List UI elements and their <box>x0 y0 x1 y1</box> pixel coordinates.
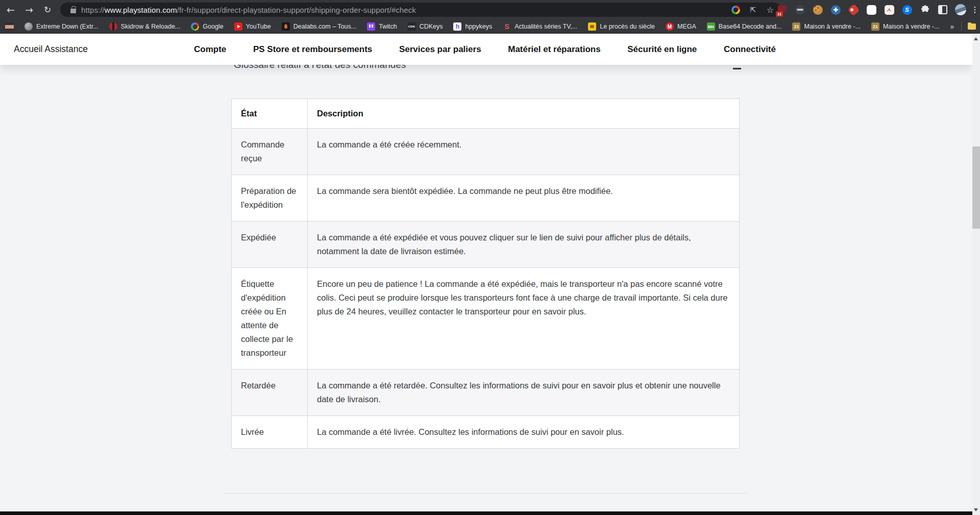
nav-item-compte[interactable]: Compte <box>194 44 226 55</box>
table-row: LivréeLa commande a été livrée. Consulte… <box>232 416 740 449</box>
site-navbar: Accueil Assistance ComptePS Store et rem… <box>0 34 972 65</box>
state-cell: Livrée <box>232 416 308 449</box>
extensions-area: 11✚MS⋮ <box>775 2 978 18</box>
nav-item-connectivit-[interactable]: Connectivité <box>724 44 776 55</box>
shazam-extension-icon[interactable]: S <box>900 3 914 16</box>
bookmark-item[interactable]: CDKCDKeys <box>408 22 443 31</box>
scroll-down-icon[interactable] <box>974 508 978 511</box>
forward-icon[interactable]: → <box>21 2 37 17</box>
lock-icon[interactable] <box>70 6 76 13</box>
bookmark-item[interactable]: hhppykeys <box>453 22 492 31</box>
bookmark-label: Base64 Decode and... <box>719 23 782 30</box>
tab-split-icon[interactable] <box>936 3 949 16</box>
table-row: Étiquette d'expédition créée ou En atten… <box>232 268 740 370</box>
bookmark-label: Twitch <box>379 23 397 30</box>
bookmark-item[interactable]: Dealabs.com – Tous... <box>282 22 356 31</box>
dealabs-favicon <box>282 22 290 31</box>
nav-item-services-par-paliers[interactable]: Services par paliers <box>399 44 481 55</box>
profile-avatar[interactable] <box>954 3 967 16</box>
scroll-up-icon[interactable] <box>974 37 978 40</box>
browser-menu-icon[interactable]: ⋮ <box>972 3 978 16</box>
bookmark-label: hppykeys <box>465 23 492 30</box>
bookmark-label: CDKeys <box>420 23 443 30</box>
extensions-puzzle-icon[interactable] <box>918 3 932 16</box>
cookie-extension-icon[interactable] <box>811 3 824 16</box>
nav-home-link[interactable]: Accueil Assistance <box>14 44 88 55</box>
url-protocol: https:// <box>81 6 105 14</box>
table-header-row: État Description <box>232 99 740 129</box>
yellow-favicon <box>588 22 596 31</box>
bookmark-star-icon[interactable]: ☆ <box>766 5 775 14</box>
bookmark-item[interactable]: Skidrow & Reloade... <box>109 22 181 31</box>
bookmarks-overflow-icon[interactable]: » <box>950 22 954 31</box>
ninja-extension-icon[interactable] <box>793 3 806 16</box>
extension-badge: 11 <box>776 11 783 17</box>
bookmark-item[interactable]: YouTube <box>234 22 271 31</box>
folder-icon <box>968 23 976 30</box>
blue-cross-extension-icon[interactable]: ✚ <box>829 3 842 16</box>
state-cell: Expédiée <box>232 222 308 268</box>
url-text[interactable]: https://www.playstation.com/fr-fr/suppor… <box>81 6 416 14</box>
bookmark-label: Maison à vendre -... <box>804 23 860 30</box>
description-cell: La commande a été expédiée et vous pouve… <box>308 222 740 268</box>
bookmark-label: Le procès du siècle <box>600 23 655 30</box>
bookmark-item[interactable]: 21Maison à vendre -... <box>792 22 860 31</box>
bookmark-item[interactable]: Extreme Down (Extr... <box>24 22 99 31</box>
table-row: RetardéeLa commande a été retardée. Cons… <box>232 370 740 416</box>
bookmark-label: Maison à vendre -... <box>883 23 939 30</box>
bookmark-item[interactable]: SActualités séries TV,... <box>503 22 577 31</box>
back-icon[interactable]: ← <box>3 2 18 17</box>
b64-favicon: B64 <box>707 22 715 31</box>
description-cell: La commande sera bientôt expédiée. La co… <box>308 175 740 222</box>
google-lens-icon[interactable] <box>731 6 740 14</box>
description-cell: La commande a été retardée. Consultez le… <box>308 370 740 416</box>
description-cell: Encore un peu de patience ! La commande … <box>308 268 740 370</box>
state-column-header: État <box>232 99 308 129</box>
bookmark-item[interactable] <box>5 22 14 31</box>
bookmark-label: Actualités séries TV,... <box>514 23 577 30</box>
rocket-extension-icon[interactable] <box>847 3 860 16</box>
bookmark-label: Google <box>203 23 223 30</box>
mega-favicon: M <box>666 22 674 31</box>
bookmarks-separator <box>961 22 962 31</box>
url-path: /fr-fr/support/direct-playstation-suppor… <box>177 6 416 14</box>
c21-favicon: 21 <box>871 22 879 31</box>
bookmark-item[interactable]: Le procès du siècle <box>588 22 655 31</box>
bookmark-label: Extreme Down (Extr... <box>36 23 99 30</box>
reload-icon[interactable]: ↻ <box>40 2 55 17</box>
nav-item-mat-riel-et-r-parations[interactable]: Matériel et réparations <box>508 44 600 55</box>
bookmark-item[interactable]: 21Maison à vendre -... <box>871 22 939 31</box>
cat-sticker-extension-icon[interactable] <box>883 3 896 16</box>
nav-item-s-curit-en-ligne[interactable]: Sécurité en ligne <box>627 44 697 55</box>
state-cell: Préparation de l'expédition <box>232 175 308 222</box>
order-status-table: État Description Commande reçueLa comman… <box>231 99 740 449</box>
state-cell: Retardée <box>232 370 308 416</box>
bookmark-item[interactable]: B64Base64 Decode and... <box>707 22 782 31</box>
page-viewport: Accueil Assistance ComptePS Store et rem… <box>0 34 980 515</box>
bookmark-label: YouTube <box>246 23 271 30</box>
bookmark-item[interactable]: MMEGA <box>666 22 696 31</box>
bookmarks-bar: Extreme Down (Extr...Skidrow & Reloade..… <box>0 19 980 34</box>
table-row: Commande reçueLa commande a été créée ré… <box>232 129 740 175</box>
bookmark-item[interactable]: Google <box>191 22 223 31</box>
scrollbar-thumb[interactable] <box>972 146 980 229</box>
collapse-minus-icon[interactable] <box>733 68 741 69</box>
cdkeys-favicon: CDK <box>408 22 416 31</box>
description-column-header: Description <box>308 99 740 129</box>
state-cell: Commande reçue <box>232 129 308 175</box>
page-scrollbar[interactable] <box>972 34 980 515</box>
bookmark-item[interactable]: Twitch <box>367 22 397 31</box>
description-cell: La commande a été créée récemment. <box>308 129 740 175</box>
state-cell: Étiquette d'expédition créée ou En atten… <box>232 268 308 370</box>
twitch-favicon <box>367 22 375 31</box>
sred-favicon: S <box>503 22 511 31</box>
nav-item-ps-store-et-remboursements[interactable]: PS Store et remboursements <box>253 44 372 55</box>
gmail-extension-icon[interactable]: M <box>865 3 878 16</box>
section-divider <box>223 493 747 494</box>
deadpool-favicon <box>109 22 117 31</box>
address-bar[interactable]: https://www.playstation.com/fr-fr/suppor… <box>60 3 781 17</box>
share-icon[interactable]: ⇱ <box>748 5 757 14</box>
adblock-shield-icon[interactable]: 11 <box>775 3 789 16</box>
bookmark-label: Dealabs.com – Tous... <box>293 23 356 30</box>
globe-favicon <box>24 22 33 31</box>
